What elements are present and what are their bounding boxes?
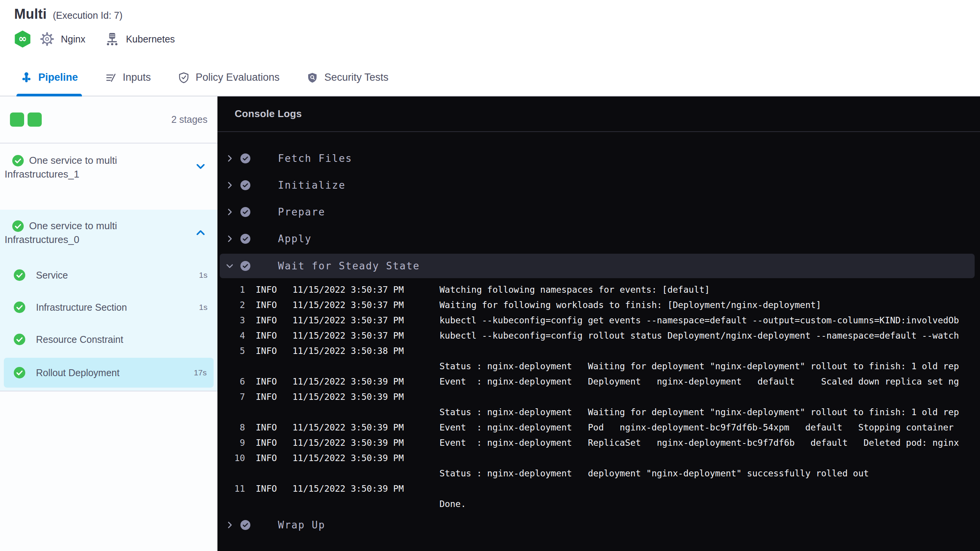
log-line-number: 6 [217,377,245,386]
log-level: INFO [256,331,282,341]
console-step-label: Prepare [278,206,325,218]
step-label: Infrastructure Section [36,302,127,313]
chevron-right-icon[interactable] [225,234,234,243]
step-item-rollout-deployment[interactable]: Rollout Deployment 17s [4,358,214,388]
console-step-initialize[interactable]: Initialize [217,172,980,199]
log-line-number: 4 [217,331,245,341]
tab-inputs[interactable]: Inputs [105,59,151,96]
step-label: Rollout Deployment [36,367,119,378]
step-label: Service [36,270,68,281]
log-line-number: 8 [217,422,245,432]
chevron-down-icon[interactable] [195,161,206,172]
stage-success-square [10,112,24,127]
console-step-fetch-files[interactable]: Fetch Files [217,145,980,172]
chevron-up-icon[interactable] [195,227,206,238]
console-step-label: Fetch Files [278,153,352,164]
log-line-number: 11 [217,484,245,494]
console-step-apply[interactable]: Apply [217,225,980,252]
log-line: 11INFO11/15/2022 3:50:39 PM [217,481,980,496]
console-steps: Fetch Files Initialize [217,132,980,538]
log-message: Event : nginx-deployment ReplicaSet ngin… [439,438,980,448]
service-entity[interactable]: Nginx [39,31,85,47]
tab-inputs-label: Inputs [123,72,151,83]
log-level: INFO [256,285,282,295]
step-success-badge-icon [240,261,250,271]
step-success-badge-icon [240,153,250,163]
console-header: Console Logs [217,96,980,132]
step-item-service[interactable]: Service 1s [0,259,217,291]
stage-item-0[interactable]: One service to multi Infrastructures_0 [0,210,217,259]
log-message: Event : nginx-deployment Pod nginx-deplo… [439,422,980,432]
success-check-icon [14,269,25,281]
log-timestamp: 11/15/2022 3:50:37 PM [292,331,439,341]
chevron-down-icon[interactable] [225,261,234,271]
log-line-continuation: Done. [217,496,980,512]
page-title: Multi [14,6,47,22]
log-message: Done. [439,499,980,509]
log-message: Status : nginx-deployment deployment "ng… [439,468,980,478]
stage-count-label: 2 stages [171,114,207,125]
log-line: 6INFO11/15/2022 3:50:39 PMEvent : nginx-… [217,374,980,389]
log-lines: 1INFO11/15/2022 3:50:37 PMWatching follo… [217,282,980,512]
tab-policy-evaluations[interactable]: Policy Evaluations [178,59,279,96]
console-step-wait-for-steady-state[interactable]: Wait for Steady State [220,254,975,278]
log-level: INFO [256,315,282,325]
step-success-badge-icon [240,207,250,217]
log-level: INFO [256,484,282,494]
console-title: Console Logs [235,108,302,120]
log-timestamp: 11/15/2022 3:50:39 PM [292,438,439,448]
log-level: INFO [256,392,282,402]
log-line-number: 5 [217,346,245,356]
shield-scan-icon [306,72,318,84]
header: Multi (Execution Id: 7) ∞ [0,0,980,59]
log-line-continuation: Status : nginx-deployment Waiting for de… [217,404,980,420]
log-timestamp: 11/15/2022 3:50:39 PM [292,422,439,432]
chevron-right-icon[interactable] [225,154,234,163]
console-step-prepare[interactable]: Prepare [217,199,980,225]
chevron-right-icon[interactable] [225,520,234,530]
pipeline-execution-page: Multi (Execution Id: 7) ∞ [0,0,980,551]
success-check-icon [12,220,24,232]
log-line: 10INFO11/15/2022 3:50:39 PM [217,450,980,466]
log-timestamp: 11/15/2022 3:50:37 PM [292,285,439,295]
tab-pipeline[interactable]: Pipeline [20,59,78,96]
step-duration: 1s [199,303,207,312]
log-line: 7INFO11/15/2022 3:50:39 PM [217,389,980,404]
log-level: INFO [256,422,282,432]
log-line: 5INFO11/15/2022 3:50:38 PM [217,343,980,359]
tab-policy-evaluations-label: Policy Evaluations [196,72,279,83]
console-step-wrap-up[interactable]: Wrap Up [217,512,980,538]
chevron-right-icon[interactable] [225,181,234,190]
log-line-continuation: Status : nginx-deployment deployment "ng… [217,466,980,481]
step-success-badge-icon [240,180,250,190]
gear-icon [39,31,56,47]
cd-module-icon: ∞ [14,31,31,47]
stage-item-1[interactable]: One service to multi Infrastructures_1 [0,143,217,210]
log-timestamp: 11/15/2022 3:50:37 PM [292,300,439,310]
console-step-label: Initialize [278,179,346,191]
log-line-number: 9 [217,438,245,448]
step-item-infrastructure-section[interactable]: Infrastructure Section 1s [0,291,217,323]
chevron-right-icon[interactable] [225,207,234,217]
step-item-resource-constraint[interactable]: Resource Constraint [0,323,217,355]
log-timestamp: 11/15/2022 3:50:39 PM [292,484,439,494]
step-label: Resource Constraint [36,334,123,345]
log-level: INFO [256,300,282,310]
log-timestamp: 11/15/2022 3:50:39 PM [292,453,439,463]
log-line-number: 1 [217,285,245,295]
stage-name: One service to multi Infrastructures_0 [5,219,191,246]
log-level: INFO [256,377,282,386]
log-message: Status : nginx-deployment Waiting for de… [439,361,980,371]
tab-security-tests-label: Security Tests [324,72,389,83]
environment-entity[interactable]: Kubernetes [104,31,175,47]
step-success-badge-icon [240,520,250,530]
log-level: INFO [256,346,282,356]
infrastructure-icon [104,31,121,47]
log-message: Watching following namespaces for events… [439,285,980,295]
environment-label: Kubernetes [126,34,175,45]
log-level: INFO [256,438,282,448]
tab-security-tests[interactable]: Security Tests [306,59,389,96]
log-line: 3INFO11/15/2022 3:50:37 PMkubectl --kube… [217,313,980,328]
success-check-icon [14,302,25,313]
console-step-label: Wait for Steady State [278,260,420,272]
